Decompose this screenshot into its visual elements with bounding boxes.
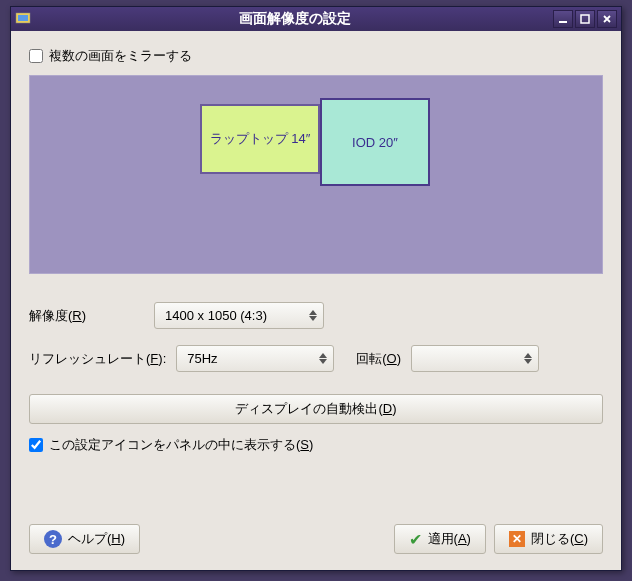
chevron-updown-icon	[319, 353, 327, 364]
monitor-preview-area: ラップトップ 14″ IOD 20″	[29, 75, 603, 274]
monitor-laptop[interactable]: ラップトップ 14″	[200, 104, 320, 174]
maximize-button[interactable]	[575, 10, 595, 28]
resolution-combo[interactable]: 1400 x 1050 (4:3)	[154, 302, 324, 329]
close-icon: ✕	[509, 531, 525, 547]
window-title: 画面解像度の設定	[37, 10, 553, 28]
svg-rect-3	[581, 15, 589, 23]
app-icon	[15, 11, 31, 27]
close-button[interactable]	[597, 10, 617, 28]
close-label: 閉じる(C)	[531, 530, 588, 548]
check-icon: ✔	[409, 530, 422, 549]
svg-rect-2	[559, 21, 567, 23]
panel-icon-checkbox[interactable]	[29, 438, 43, 452]
help-label: ヘルプ(H)	[68, 530, 125, 548]
resolution-label: 解像度(R)	[29, 307, 86, 325]
detect-displays-button[interactable]: ディスプレイの自動検出(D)	[29, 394, 603, 424]
mirror-checkbox-row: 複数の画面をミラーする	[29, 47, 603, 65]
chevron-updown-icon	[309, 310, 317, 321]
resolution-row: 解像度(R) 1400 x 1050 (4:3)	[29, 302, 603, 329]
chevron-updown-icon	[524, 353, 532, 364]
titlebar[interactable]: 画面解像度の設定	[11, 7, 621, 31]
rotation-combo[interactable]	[411, 345, 539, 372]
panel-icon-label[interactable]: この設定アイコンをパネルの中に表示する(S)	[49, 436, 313, 454]
panel-icon-row: この設定アイコンをパネルの中に表示する(S)	[29, 436, 603, 454]
refresh-combo[interactable]: 75Hz	[176, 345, 334, 372]
apply-button[interactable]: ✔ 適用(A)	[394, 524, 486, 554]
mirror-label[interactable]: 複数の画面をミラーする	[49, 47, 192, 65]
help-button[interactable]: ? ヘルプ(H)	[29, 524, 140, 554]
refresh-row: リフレッシュレート(F): 75Hz 回転(O)	[29, 345, 603, 372]
monitor-label: ラップトップ 14″	[210, 130, 311, 148]
mirror-checkbox[interactable]	[29, 49, 43, 63]
resolution-value: 1400 x 1050 (4:3)	[165, 308, 303, 323]
close-dialog-button[interactable]: ✕ 閉じる(C)	[494, 524, 603, 554]
button-bar: ? ヘルプ(H) ✔ 適用(A) ✕ 閉じる(C)	[29, 524, 603, 554]
display-settings-window: 画面解像度の設定 複数の画面をミラーする ラップトップ 14″ IOD 20″	[10, 6, 622, 571]
window-controls	[553, 10, 617, 28]
content-area: 複数の画面をミラーする ラップトップ 14″ IOD 20″ 解像度(R) 14…	[11, 31, 621, 480]
refresh-label: リフレッシュレート(F):	[29, 350, 166, 368]
apply-label: 適用(A)	[428, 530, 471, 548]
monitor-label: IOD 20″	[352, 135, 398, 150]
help-icon: ?	[44, 530, 62, 548]
monitor-external[interactable]: IOD 20″	[320, 98, 430, 186]
detect-label: ディスプレイの自動検出(D)	[235, 400, 396, 418]
rotation-label: 回転(O)	[356, 350, 401, 368]
svg-rect-1	[18, 15, 28, 21]
minimize-button[interactable]	[553, 10, 573, 28]
refresh-value: 75Hz	[187, 351, 313, 366]
